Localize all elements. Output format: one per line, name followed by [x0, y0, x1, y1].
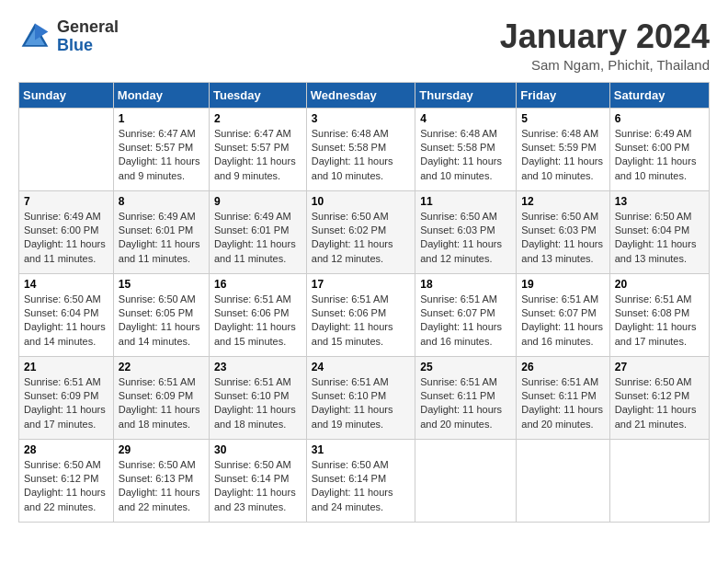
day-info: Sunrise: 6:51 AM Sunset: 6:06 PM Dayligh…	[312, 293, 410, 350]
day-cell: 26 Sunrise: 6:51 AM Sunset: 6:11 PM Dayl…	[517, 356, 609, 439]
day-info: Sunrise: 6:50 AM Sunset: 6:05 PM Dayligh…	[119, 293, 204, 350]
sunrise-text: Sunrise: 6:50 AM	[312, 211, 389, 222]
day-number: 17	[312, 278, 410, 291]
sunrise-text: Sunrise: 6:50 AM	[312, 459, 389, 470]
sunrise-text: Sunrise: 6:50 AM	[119, 293, 196, 304]
sunrise-text: Sunrise: 6:50 AM	[119, 459, 196, 470]
day-info: Sunrise: 6:48 AM Sunset: 5:59 PM Dayligh…	[521, 127, 604, 184]
sunrise-text: Sunrise: 6:51 AM	[521, 293, 598, 304]
daylight-text: Daylight: 11 hours and 18 minutes.	[119, 404, 200, 429]
day-info: Sunrise: 6:47 AM Sunset: 5:57 PM Dayligh…	[119, 127, 204, 184]
page-header: General Blue January 2024 Sam Ngam, Phic…	[18, 18, 710, 73]
day-cell: 20 Sunrise: 6:51 AM Sunset: 6:08 PM Dayl…	[609, 273, 709, 356]
day-info: Sunrise: 6:47 AM Sunset: 5:57 PM Dayligh…	[214, 127, 301, 184]
day-cell: 16 Sunrise: 6:51 AM Sunset: 6:06 PM Dayl…	[209, 273, 306, 356]
daylight-text: Daylight: 11 hours and 22 minutes.	[24, 487, 106, 511]
day-info: Sunrise: 6:51 AM Sunset: 6:06 PM Dayligh…	[214, 293, 301, 350]
day-cell: 5 Sunrise: 6:48 AM Sunset: 5:59 PM Dayli…	[517, 108, 609, 190]
daylight-text: Daylight: 11 hours and 10 minutes.	[521, 155, 603, 180]
day-cell: 11 Sunrise: 6:50 AM Sunset: 6:03 PM Dayl…	[415, 190, 517, 273]
calendar-header: SundayMondayTuesdayWednesdayThursdayFrid…	[19, 82, 710, 108]
week-row-2: 7 Sunrise: 6:49 AM Sunset: 6:00 PM Dayli…	[19, 190, 710, 273]
sunrise-text: Sunrise: 6:49 AM	[24, 211, 101, 222]
daylight-text: Daylight: 11 hours and 10 minutes.	[312, 155, 393, 180]
day-cell: 17 Sunrise: 6:51 AM Sunset: 6:06 PM Dayl…	[306, 273, 415, 356]
sunset-text: Sunset: 6:08 PM	[615, 307, 689, 318]
day-number: 30	[214, 443, 301, 456]
day-info: Sunrise: 6:50 AM Sunset: 6:04 PM Dayligh…	[615, 210, 704, 267]
sunset-text: Sunset: 5:57 PM	[214, 142, 289, 153]
sunset-text: Sunset: 6:06 PM	[214, 307, 289, 318]
sunset-text: Sunset: 6:01 PM	[119, 224, 193, 236]
day-info: Sunrise: 6:51 AM Sunset: 6:09 PM Dayligh…	[119, 375, 204, 432]
day-number: 27	[615, 361, 704, 373]
sunset-text: Sunset: 6:03 PM	[420, 224, 495, 236]
sunset-text: Sunset: 6:09 PM	[119, 390, 193, 401]
daylight-text: Daylight: 11 hours and 13 minutes.	[615, 238, 697, 263]
day-number: 10	[312, 195, 410, 208]
day-number: 20	[615, 278, 704, 291]
day-number: 13	[615, 195, 704, 208]
day-cell: 28 Sunrise: 6:50 AM Sunset: 6:12 PM Dayl…	[19, 439, 114, 522]
sunrise-text: Sunrise: 6:51 AM	[214, 293, 291, 304]
logo-text: General Blue	[57, 18, 119, 55]
day-number: 9	[214, 195, 301, 208]
sunset-text: Sunset: 6:00 PM	[615, 142, 689, 153]
sunrise-text: Sunrise: 6:51 AM	[521, 376, 598, 387]
sunrise-text: Sunrise: 6:50 AM	[24, 459, 101, 470]
sunset-text: Sunset: 6:10 PM	[312, 390, 386, 401]
day-number: 3	[312, 112, 410, 125]
day-info: Sunrise: 6:50 AM Sunset: 6:12 PM Dayligh…	[615, 375, 704, 432]
day-info: Sunrise: 6:50 AM Sunset: 6:14 PM Dayligh…	[312, 458, 410, 515]
sunrise-text: Sunrise: 6:51 AM	[312, 293, 389, 304]
day-number: 5	[521, 112, 604, 125]
day-number: 31	[312, 443, 410, 456]
week-row-4: 21 Sunrise: 6:51 AM Sunset: 6:09 PM Dayl…	[19, 356, 710, 439]
daylight-text: Daylight: 11 hours and 20 minutes.	[521, 404, 603, 429]
daylight-text: Daylight: 11 hours and 17 minutes.	[615, 321, 697, 346]
day-cell: 24 Sunrise: 6:51 AM Sunset: 6:10 PM Dayl…	[306, 356, 415, 439]
day-info: Sunrise: 6:49 AM Sunset: 6:01 PM Dayligh…	[214, 210, 301, 267]
daylight-text: Daylight: 11 hours and 11 minutes.	[24, 238, 106, 263]
day-number: 11	[420, 195, 511, 208]
week-row-1: 1 Sunrise: 6:47 AM Sunset: 5:57 PM Dayli…	[19, 108, 710, 190]
sunrise-text: Sunrise: 6:51 AM	[214, 376, 291, 387]
day-cell: 1 Sunrise: 6:47 AM Sunset: 5:57 PM Dayli…	[113, 108, 209, 190]
day-info: Sunrise: 6:50 AM Sunset: 6:04 PM Dayligh…	[24, 293, 108, 350]
daylight-text: Daylight: 11 hours and 16 minutes.	[521, 321, 603, 346]
sunrise-text: Sunrise: 6:48 AM	[521, 128, 598, 139]
day-info: Sunrise: 6:50 AM Sunset: 6:13 PM Dayligh…	[119, 458, 204, 515]
sunset-text: Sunset: 6:11 PM	[420, 390, 495, 401]
day-info: Sunrise: 6:51 AM Sunset: 6:07 PM Dayligh…	[420, 293, 511, 350]
day-number: 28	[24, 443, 108, 456]
sunset-text: Sunset: 5:58 PM	[420, 142, 495, 153]
day-info: Sunrise: 6:50 AM Sunset: 6:02 PM Dayligh…	[312, 210, 410, 267]
day-cell: 10 Sunrise: 6:50 AM Sunset: 6:02 PM Dayl…	[306, 190, 415, 273]
header-thursday: Thursday	[415, 82, 517, 108]
daylight-text: Daylight: 11 hours and 14 minutes.	[24, 321, 106, 346]
day-number: 26	[521, 361, 604, 373]
sunrise-text: Sunrise: 6:50 AM	[214, 459, 291, 470]
header-tuesday: Tuesday	[209, 82, 306, 108]
daylight-text: Daylight: 11 hours and 11 minutes.	[214, 238, 296, 263]
daylight-text: Daylight: 11 hours and 19 minutes.	[312, 404, 393, 429]
day-cell: 22 Sunrise: 6:51 AM Sunset: 6:09 PM Dayl…	[113, 356, 209, 439]
sunrise-text: Sunrise: 6:51 AM	[24, 376, 101, 387]
daylight-text: Daylight: 11 hours and 10 minutes.	[420, 155, 502, 180]
day-info: Sunrise: 6:49 AM Sunset: 6:00 PM Dayligh…	[615, 127, 704, 184]
day-number: 8	[119, 195, 204, 208]
sunrise-text: Sunrise: 6:50 AM	[420, 211, 497, 222]
day-number: 12	[521, 195, 604, 208]
sunset-text: Sunset: 6:04 PM	[24, 307, 98, 318]
week-row-3: 14 Sunrise: 6:50 AM Sunset: 6:04 PM Dayl…	[19, 273, 710, 356]
sunrise-text: Sunrise: 6:49 AM	[214, 211, 291, 222]
sunset-text: Sunset: 6:04 PM	[615, 224, 689, 236]
week-row-5: 28 Sunrise: 6:50 AM Sunset: 6:12 PM Dayl…	[19, 439, 710, 522]
daylight-text: Daylight: 11 hours and 9 minutes.	[214, 155, 296, 180]
month-title: January 2024	[500, 18, 710, 55]
day-info: Sunrise: 6:48 AM Sunset: 5:58 PM Dayligh…	[420, 127, 511, 184]
day-number: 22	[119, 361, 204, 373]
day-cell: 9 Sunrise: 6:49 AM Sunset: 6:01 PM Dayli…	[209, 190, 306, 273]
day-cell: 15 Sunrise: 6:50 AM Sunset: 6:05 PM Dayl…	[113, 273, 209, 356]
day-number: 6	[615, 112, 704, 125]
